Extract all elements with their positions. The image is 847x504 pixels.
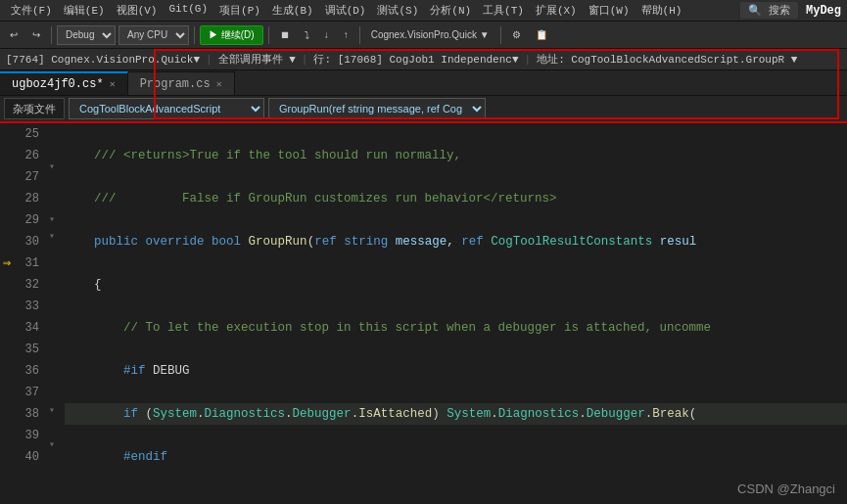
menu-build[interactable]: 生成(B) [267,2,318,19]
search-box[interactable]: 🔍 搜索 [740,2,798,19]
menu-git[interactable]: Git(G) [164,2,212,19]
watermark: CSDN @Zhangci [737,481,835,496]
code-line-27: public override bool GroupRun(ref string… [65,231,847,252]
line-numbers: 2526272829 3031323334 3536373839 4041424… [14,123,45,471]
sep1 [51,26,52,44]
fold-column: ▾ ▾ ▾ ▾ ▾ [45,123,61,471]
menu-view[interactable]: 视图(V) [112,2,163,19]
file-panel-label[interactable]: 杂项文件 [4,98,65,119]
menu-debug[interactable]: 调试(D) [320,2,371,19]
cpu-mode-dropdown[interactable]: Any CPU [118,25,189,45]
code-line-28: { [65,274,847,296]
menu-file[interactable]: 文件(F) [6,2,57,19]
step-over-btn[interactable]: ⤵ [299,24,315,46]
editor-tabs: ugboz4jf0.cs* ✕ Program.cs ✕ [0,70,847,96]
line-info[interactable]: 行: [17068] CogJob1 Independenc▼ [313,52,518,67]
method-dropdown[interactable]: GroupRun(ref string message, ref Cog [268,98,486,119]
code-line-31: if (System.Diagnostics.Debugger.IsAttach… [65,403,847,425]
step-into-btn[interactable]: ↓ [318,24,335,46]
step-out-btn[interactable]: ↑ [338,24,354,46]
fold-31[interactable]: ▾ [45,228,59,246]
sep3 [268,26,269,44]
fold-41[interactable]: ▾ [45,401,59,419]
code-line-32: #endif [65,446,847,468]
debug-mode-dropdown[interactable]: Debug [57,25,116,45]
menu-edit[interactable]: 编辑(E) [59,2,110,19]
continue-btn[interactable]: ▶ 继续(D) [200,25,263,45]
tab-program[interactable]: Program.cs ✕ [128,71,235,95]
tab-main-file[interactable]: ugboz4jf0.cs* ✕ [0,71,128,95]
tab-close-0[interactable]: ✕ [110,78,116,90]
all-events[interactable]: 全部调用事件 ▼ [218,52,296,67]
context-bar: 杂项文件 CogToolBlockAdvancedScript GroupRun… [0,96,847,123]
toolbar: ↩ ↪ Debug Any CPU ▶ 继续(D) ⏹ ⤵ ↓ ↑ Cognex… [0,22,847,49]
fold-27[interactable]: ▾ [45,159,59,176]
menu-window[interactable]: 窗口(W) [584,2,635,19]
arrow-column: ⇒ [0,123,14,471]
sep2 [194,26,195,44]
title-bar-right: 🔍 搜索 MyDeg [740,2,841,19]
code-line-29: // To let the execution stop in this scr… [65,317,847,339]
project-info[interactable]: [7764] Cognex.VisionPro.Quick▼ [6,54,200,66]
menu-analyze[interactable]: 分析(N) [425,2,476,19]
menu-tools[interactable]: 工具(T) [478,2,529,19]
menu-test[interactable]: 测试(S) [372,2,423,19]
redo-btn[interactable]: ↪ [26,24,46,46]
undo-btn[interactable]: ↩ [4,24,24,46]
menu-help[interactable]: 帮助(H) [636,2,687,19]
menu-extensions[interactable]: 扩展(X) [531,2,582,19]
sep4 [359,26,360,44]
app-brand: MyDeg [806,4,841,18]
extra-btn2[interactable]: 📋 [530,24,553,46]
menu-bar[interactable]: 文件(F) 编辑(E) 视图(V) Git(G) 项目(P) 生成(B) 调试(… [6,2,686,19]
info-bar: [7764] Cognex.VisionPro.Quick▼ | 全部调用事件 … [0,49,847,70]
title-bar: 文件(F) 编辑(E) 视图(V) Git(G) 项目(P) 生成(B) 调试(… [0,0,847,22]
fold-43[interactable]: ▾ [45,436,59,454]
fold-30[interactable]: ▾ [45,210,59,228]
code-line-30: #if DEBUG [65,360,847,382]
menu-project[interactable]: 项目(P) [214,2,265,19]
editor-area: ⇒ 2526272829 3031323334 3536373839 40414… [0,123,847,471]
code-line-26: /// False if GroupRun customizes run beh… [65,188,847,209]
class-dropdown[interactable]: CogToolBlockAdvancedScript [69,98,264,119]
code-editor[interactable]: /// <returns>True if the tool should run… [61,123,847,471]
code-line-25: /// <returns>True if the tool should run… [65,145,847,166]
sep5 [500,26,501,44]
tab-label-0: ugboz4jf0.cs* [12,77,104,91]
extra-btn1[interactable]: ⚙ [506,24,527,46]
tab-label-1: Program.cs [140,77,211,91]
column-info[interactable]: 地址: CogToolBlockAdvancedScript.GroupR ▼ [537,52,797,67]
tab-close-1[interactable]: ✕ [216,78,222,90]
current-line-arrow: ⇒ [0,252,14,274]
project-dropdown-btn[interactable]: Cognex.VisionPro.Quick ▼ [365,24,495,46]
stop-btn[interactable]: ⏹ [274,24,296,46]
